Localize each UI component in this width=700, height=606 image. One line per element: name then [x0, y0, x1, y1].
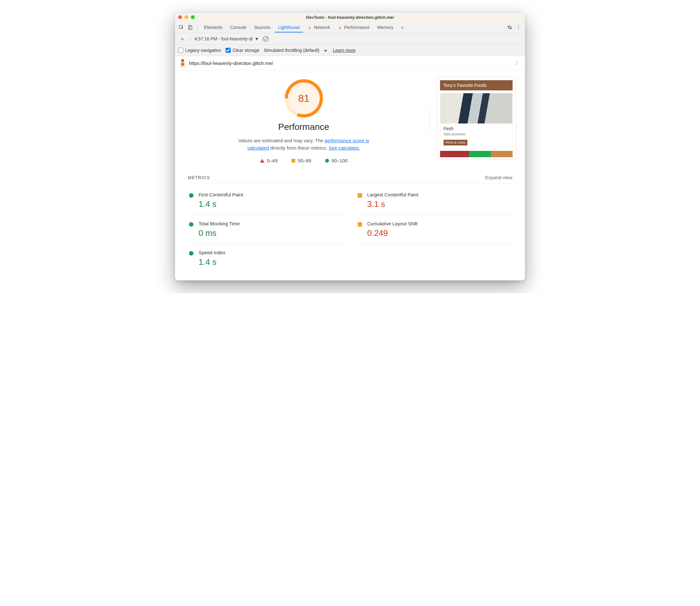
metric-name: Speed Index	[198, 250, 342, 255]
checkbox-label: Legacy navigation	[185, 48, 221, 53]
tab-label: Console	[230, 25, 246, 30]
kebab-icon[interactable]: ⋮	[513, 59, 521, 67]
report-url: https://foul-heavenly-direction.glitch.m…	[189, 61, 273, 66]
device-toolbar-icon[interactable]	[187, 24, 194, 31]
tab-label: Lighthouse	[278, 25, 300, 30]
tab-label: Memory	[377, 25, 393, 30]
desc-text: Values are estimated and may vary. The	[238, 138, 324, 143]
metric-value: 0 ms	[198, 228, 342, 238]
preview-frame: Tony's Favorite Foods Fesh Salty goodnes…	[437, 77, 516, 160]
square-icon	[291, 159, 295, 163]
tab-label: Performance	[344, 25, 370, 30]
tab-label: Sources	[254, 25, 270, 30]
throttling-dropdown[interactable]	[324, 48, 328, 53]
throttling-label: Simulated throttling (default)	[264, 48, 319, 53]
warning-icon: ▲	[338, 25, 342, 30]
triangle-icon	[260, 159, 264, 163]
metric-tbt[interactable]: Total Blocking Time 0 ms	[188, 215, 344, 244]
report-select[interactable]: 4:57:16 PM - foul-heavenly-di ▼	[190, 36, 259, 41]
preview-image	[440, 93, 512, 123]
title-bar: DevTools - foul-heavenly-direction.glitc…	[175, 13, 525, 22]
tab-lighthouse[interactable]: Lighthouse	[275, 22, 303, 32]
preview-card-subtitle: Salty goodness	[443, 133, 509, 136]
metric-name: Total Blocking Time	[198, 221, 342, 226]
window-title: DevTools - foul-heavenly-direction.glitc…	[175, 15, 525, 20]
checkbox-label: Clear storage	[233, 48, 259, 53]
devtools-window: DevTools - foul-heavenly-direction.glitc…	[175, 13, 525, 280]
preview-card-title: Fesh	[443, 126, 509, 131]
metric-cls[interactable]: Cumulative Layout Shift 0.249	[356, 215, 512, 244]
chevron-down-icon: ▼	[255, 36, 259, 41]
legend-label: 50–89	[298, 158, 311, 163]
kebab-icon[interactable]: ⋮	[515, 24, 523, 31]
score-legend: 0–49 50–89 90–100	[184, 158, 424, 163]
circle-icon	[189, 193, 193, 197]
legend-label: 0–49	[267, 158, 277, 163]
desc-text: directly from these metrics.	[269, 145, 329, 150]
tab-performance[interactable]: ▲ Performance	[335, 22, 373, 32]
lighthouse-toolbar: ＋ 4:57:16 PM - foul-heavenly-di ▼	[175, 33, 525, 45]
gauge-score: 81	[288, 83, 320, 114]
tab-memory[interactable]: Memory	[374, 22, 397, 32]
divider	[197, 24, 198, 30]
clear-icon[interactable]	[263, 36, 269, 42]
metric-si[interactable]: Speed Index 1.4 s	[188, 244, 344, 273]
page-preview: Tony's Favorite Foods Fesh Salty goodnes…	[437, 77, 516, 160]
circle-icon	[189, 251, 193, 256]
expand-view-link[interactable]: Expand view	[485, 175, 512, 180]
metrics-title: METRICS	[188, 175, 210, 180]
metric-value: 0.249	[367, 228, 511, 238]
legend-high: 90–100	[325, 158, 347, 163]
circle-icon	[325, 159, 329, 163]
chevron-down-icon	[324, 50, 327, 52]
preview-card-button: PROS & CONS	[443, 140, 467, 145]
clear-storage-checkbox[interactable]: Clear storage	[225, 48, 259, 53]
gauge-label: Performance	[184, 122, 424, 132]
performance-gauge[interactable]: 81	[285, 79, 323, 117]
legend-label: 90–100	[332, 158, 347, 163]
more-tabs-button[interactable]: »	[398, 22, 407, 32]
new-report-button[interactable]: ＋	[178, 35, 187, 43]
clear-storage-input[interactable]	[225, 48, 231, 53]
metric-value: 1.4 s	[198, 257, 342, 267]
report-select-label: 4:57:16 PM - foul-heavenly-di	[194, 36, 252, 41]
tab-console[interactable]: Console	[227, 22, 249, 32]
tab-sources[interactable]: Sources	[251, 22, 274, 32]
gauge-column: 81 Performance Values are estimated and …	[184, 77, 424, 163]
report-url-bar: https://foul-heavenly-direction.glitch.m…	[175, 56, 525, 70]
metric-fcp[interactable]: First Contentful Paint 1.4 s	[188, 186, 344, 215]
column-divider	[430, 109, 430, 131]
metrics-section: METRICS Expand view First Contentful Pai…	[175, 163, 525, 280]
square-icon	[358, 222, 362, 227]
metric-value: 1.4 s	[198, 199, 342, 209]
warning-icon: ▲	[308, 25, 312, 30]
lighthouse-icon	[179, 59, 186, 67]
circle-icon	[189, 222, 193, 227]
report-body: 81 Performance Values are estimated and …	[175, 70, 525, 163]
tab-label: Elements	[204, 25, 222, 30]
legacy-navigation-checkbox[interactable]: Legacy navigation	[178, 48, 221, 53]
square-icon	[358, 193, 362, 197]
metric-name: Cumulative Layout Shift	[367, 221, 511, 226]
preview-header: Tony's Favorite Foods	[440, 80, 513, 90]
legend-low: 0–49	[260, 158, 277, 163]
metric-name: Largest Contentful Paint	[367, 192, 511, 197]
tab-label: Network	[314, 25, 330, 30]
metrics-grid: First Contentful Paint 1.4 s Largest Con…	[188, 186, 512, 273]
see-calculator-link[interactable]: See calculator.	[329, 145, 360, 150]
metric-name: First Contentful Paint	[198, 192, 342, 197]
gear-icon[interactable]	[506, 24, 513, 31]
metric-value: 3.1 s	[367, 199, 511, 209]
devtools-tabs: Elements Console Sources Lighthouse ▲ Ne…	[175, 22, 525, 33]
metrics-header: METRICS Expand view	[188, 175, 512, 184]
lighthouse-options: Legacy navigation Clear storage Simulate…	[175, 45, 525, 56]
metric-lcp[interactable]: Largest Contentful Paint 3.1 s	[356, 186, 512, 215]
learn-more-link[interactable]: Learn more	[333, 48, 356, 53]
tab-network[interactable]: ▲ Network	[305, 22, 334, 32]
svg-rect-2	[190, 26, 192, 29]
legacy-navigation-input[interactable]	[178, 48, 183, 53]
legend-mid: 50–89	[291, 158, 311, 163]
tab-elements[interactable]: Elements	[201, 22, 225, 32]
preview-card: Fesh Salty goodness PROS & CONS	[440, 93, 513, 148]
inspect-icon[interactable]	[177, 24, 185, 31]
